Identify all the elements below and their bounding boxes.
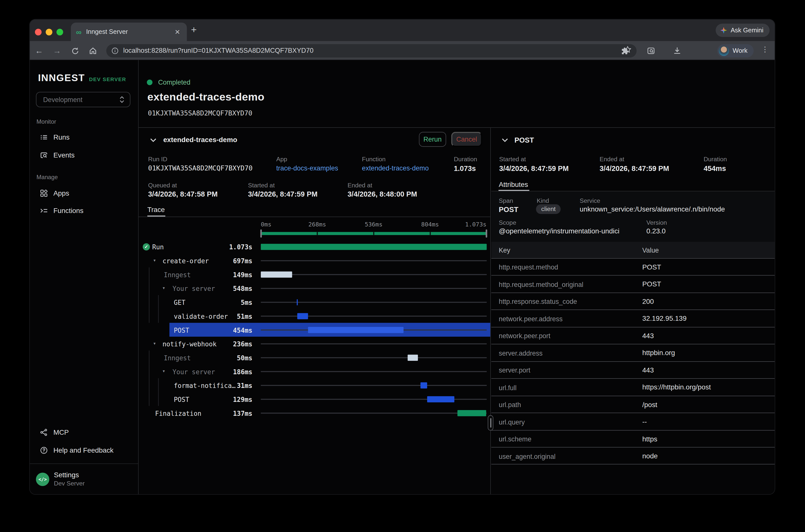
- attribute-key: url.scheme: [499, 435, 531, 443]
- chevron-up-down-icon: [119, 96, 125, 103]
- span-bar[interactable]: [261, 271, 292, 278]
- back-icon[interactable]: ←: [33, 45, 44, 56]
- trace-row-label-cell: Finalization137ms: [139, 406, 261, 420]
- minimap-right-handle[interactable]: [485, 229, 487, 238]
- new-tab-button[interactable]: +: [191, 25, 196, 34]
- tab-trace[interactable]: Trace: [147, 206, 165, 213]
- function-link[interactable]: extended-traces-demo: [362, 164, 429, 172]
- timeline-track: [261, 260, 486, 261]
- browser-tab[interactable]: ∞ Inngest Server ✕: [71, 23, 187, 41]
- trace-row-label-cell: POST129ms: [139, 392, 261, 406]
- trace-row[interactable]: Finalization137ms: [139, 406, 490, 420]
- sidebar-item-mcp[interactable]: MCP: [30, 424, 139, 440]
- version-value: 0.23.0: [647, 227, 666, 235]
- sidebar-item-runs[interactable]: Runs: [30, 129, 139, 145]
- span-name: POST: [174, 396, 189, 403]
- span-duration: 186ms: [233, 368, 252, 376]
- settings-subtitle: Dev Server: [54, 480, 85, 488]
- download-icon[interactable]: [672, 45, 683, 56]
- minimap-left-handle[interactable]: [260, 229, 262, 238]
- trace-row[interactable]: ▾create-order697ms: [139, 253, 490, 267]
- span-bar[interactable]: [261, 244, 486, 250]
- meta-label: Duration: [454, 155, 477, 163]
- browser-menu-icon[interactable]: ⋮: [762, 45, 769, 54]
- collapse-chevron-icon[interactable]: [150, 138, 156, 142]
- zoom-window-button[interactable]: [56, 28, 63, 35]
- trace-row[interactable]: ▾Your server186ms: [139, 364, 490, 378]
- timeline-track: [261, 413, 486, 413]
- profile-chip[interactable]: Work: [717, 44, 753, 57]
- sidebar-item-settings[interactable]: </> Settings Dev Server: [36, 469, 134, 490]
- attribute-value: httpbin.org: [642, 349, 675, 357]
- span-bar[interactable]: [297, 299, 297, 305]
- span-bar[interactable]: [457, 410, 486, 416]
- trace-row[interactable]: ✓Run1.073s: [139, 240, 490, 253]
- sidebar-item-apps[interactable]: Apps: [30, 185, 139, 201]
- main-area: Completed extended-traces-demo 01KJXTWA3…: [139, 60, 775, 494]
- span-name: validate-order: [174, 312, 228, 320]
- trace-row-label-cell: ▾notify-webhook236ms: [139, 337, 261, 350]
- cancel-button[interactable]: Cancel: [451, 132, 482, 147]
- expand-arrow-icon[interactable]: ▾: [163, 369, 165, 374]
- meta-label: Function: [362, 155, 386, 163]
- started-at-value: 3/4/2026, 8:47:59 PM: [248, 190, 317, 198]
- trace-row[interactable]: validate-order51ms: [139, 309, 490, 323]
- span-bar[interactable]: [308, 327, 404, 333]
- sidebar-item-events[interactable]: Events: [30, 147, 139, 163]
- ended-at-value: 3/4/2026, 8:48:00 PM: [348, 190, 417, 198]
- trace-row[interactable]: ▾notify-webhook236ms: [139, 337, 490, 350]
- environment-select[interactable]: Development: [36, 92, 130, 107]
- trace-row[interactable]: POST129ms: [139, 392, 490, 406]
- trace-row[interactable]: Inngest149ms: [139, 267, 490, 281]
- sidebar-item-help[interactable]: Help and Feedback: [30, 442, 139, 458]
- home-icon[interactable]: [87, 45, 98, 56]
- span-name: POST: [174, 326, 189, 334]
- trace-row-label-cell: Inngest50ms: [139, 350, 261, 364]
- trace-row[interactable]: ▾Your server548ms: [139, 281, 490, 295]
- attribute-value: 200: [642, 297, 654, 305]
- timeline-minimap[interactable]: [261, 229, 486, 238]
- trace-row[interactable]: Inngest50ms: [139, 350, 490, 364]
- ask-gemini-button[interactable]: Ask Gemini: [716, 24, 769, 37]
- trace-row[interactable]: format-notifica…31ms: [139, 378, 490, 392]
- expand-arrow-icon[interactable]: ▾: [154, 258, 155, 263]
- attribute-value: POST: [642, 263, 661, 271]
- expand-arrow-icon[interactable]: ▾: [154, 341, 155, 346]
- span-bar[interactable]: [297, 313, 308, 319]
- close-window-button[interactable]: [35, 28, 41, 35]
- minimize-window-button[interactable]: [46, 28, 53, 35]
- attribute-row: url.schemehttps: [491, 430, 775, 447]
- expand-arrow-icon[interactable]: ▾: [163, 286, 165, 291]
- reload-icon[interactable]: [69, 45, 80, 56]
- inngest-favicon-icon: ∞: [76, 28, 81, 36]
- ask-gemini-label: Ask Gemini: [731, 26, 764, 34]
- span-duration: 454ms: [233, 326, 252, 334]
- extensions-icon[interactable]: [619, 45, 630, 56]
- tab-search-icon[interactable]: [645, 45, 657, 56]
- span-duration: 137ms: [233, 410, 252, 417]
- runs-icon: [40, 133, 48, 141]
- trace-row[interactable]: GET5ms: [139, 295, 490, 309]
- trace-row-chart-cell: [261, 240, 486, 253]
- timeline-track: [261, 385, 486, 386]
- tab-attributes[interactable]: Attributes: [499, 180, 528, 188]
- apps-icon: [40, 189, 48, 197]
- url-text[interactable]: localhost:8288/run?runID=01KJXTWA35SA8D2…: [123, 47, 619, 55]
- span-bar[interactable]: [408, 354, 418, 361]
- forward-icon[interactable]: →: [51, 45, 62, 56]
- collapse-chevron-icon[interactable]: [501, 138, 508, 142]
- close-tab-icon[interactable]: ✕: [173, 28, 182, 36]
- span-bar[interactable]: [427, 396, 454, 402]
- attribute-row: http.request.method_originalPOST: [491, 275, 775, 292]
- site-info-icon[interactable]: [112, 47, 119, 54]
- span-bar[interactable]: [421, 382, 427, 388]
- gemini-icon: [720, 27, 727, 34]
- attribute-key: server.address: [499, 349, 543, 357]
- url-bar[interactable]: localhost:8288/run?runID=01KJXTWA35SA8D2…: [106, 44, 637, 57]
- app-link[interactable]: trace-docs-examples: [276, 164, 338, 172]
- trace-row[interactable]: POST454ms: [139, 323, 490, 337]
- trace-row-chart-cell: [261, 337, 486, 350]
- key-column-header: Key: [499, 246, 510, 254]
- rerun-button[interactable]: Rerun: [419, 132, 446, 147]
- sidebar-item-functions[interactable]: Functions: [30, 203, 139, 218]
